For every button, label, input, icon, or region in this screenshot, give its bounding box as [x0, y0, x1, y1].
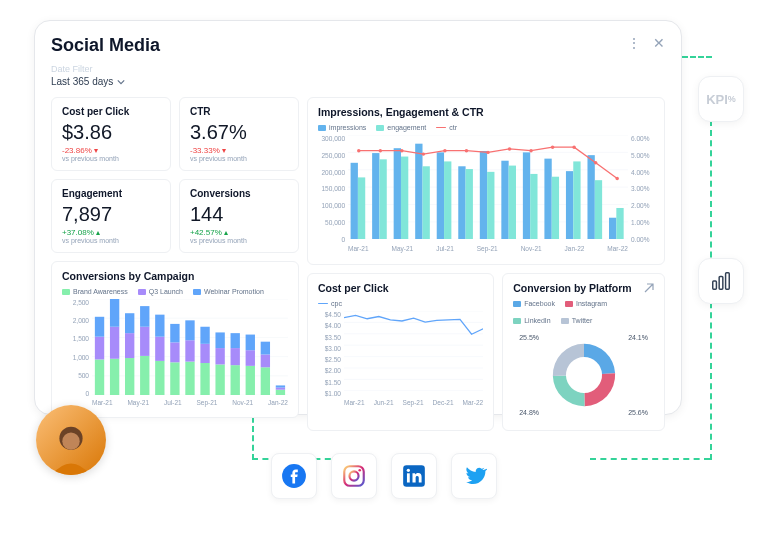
svg-point-82 [443, 149, 446, 152]
person-icon [42, 417, 100, 475]
svg-rect-15 [140, 356, 149, 395]
svg-rect-18 [155, 361, 164, 395]
linkedin-icon[interactable] [391, 453, 437, 499]
svg-point-84 [486, 151, 489, 154]
kpi-conversions[interactable]: Conversions 144 +42.57% ▴ vs previous mo… [179, 179, 299, 253]
kpi-ctr[interactable]: CTR 3.67% -33.33% ▾ vs previous month [179, 97, 299, 171]
svg-rect-10 [110, 327, 119, 359]
kpi-cost-per-click[interactable]: Cost per Click $3.86 -23.86% ▾ vs previo… [51, 97, 171, 171]
svg-rect-42 [276, 390, 285, 395]
svg-rect-55 [415, 144, 422, 240]
svg-rect-59 [501, 161, 508, 240]
chart-conversions-by-campaign[interactable]: Conversions by Campaign Brand Awareness … [51, 261, 299, 418]
svg-rect-26 [185, 320, 194, 340]
svg-rect-8 [95, 317, 104, 337]
kpi-engagement[interactable]: Engagement 7,897 +37.08% ▴ vs previous m… [51, 179, 171, 253]
svg-rect-58 [480, 151, 487, 239]
svg-rect-61 [544, 159, 551, 240]
filter-label: Date Filter [51, 64, 665, 74]
donut-label: 24.8% [519, 409, 539, 416]
svg-rect-30 [215, 364, 224, 395]
svg-rect-37 [246, 350, 255, 366]
expand-icon[interactable] [644, 283, 654, 293]
svg-rect-34 [231, 348, 240, 365]
svg-rect-25 [185, 340, 194, 361]
svg-rect-22 [170, 342, 179, 362]
instagram-icon[interactable] [331, 453, 377, 499]
svg-rect-12 [125, 358, 134, 395]
svg-rect-43 [276, 388, 285, 390]
svg-rect-39 [261, 367, 270, 395]
facebook-icon[interactable] [271, 453, 317, 499]
donut-label: 25.5% [519, 334, 539, 341]
svg-rect-9 [110, 359, 119, 395]
donut-label: 25.6% [628, 409, 648, 416]
svg-rect-75 [573, 161, 580, 239]
svg-point-86 [529, 149, 532, 152]
svg-rect-60 [523, 152, 530, 239]
svg-rect-14 [125, 313, 134, 333]
chart-conversion-by-platform[interactable]: Conversion by Platform Facebook Instagra… [502, 273, 665, 431]
more-icon[interactable]: ⋮ [627, 35, 641, 51]
svg-rect-7 [95, 337, 104, 360]
svg-point-81 [422, 152, 425, 155]
svg-rect-19 [155, 337, 164, 361]
svg-rect-13 [125, 333, 134, 358]
chart-badge[interactable] [698, 258, 744, 304]
svg-point-107 [358, 469, 361, 472]
svg-rect-40 [261, 354, 270, 367]
svg-point-88 [572, 145, 575, 148]
kpi-badge[interactable]: KPI% [698, 76, 744, 122]
svg-rect-109 [407, 473, 410, 482]
svg-rect-36 [246, 366, 255, 395]
svg-rect-32 [215, 332, 224, 348]
svg-rect-17 [140, 306, 149, 327]
svg-rect-74 [552, 177, 559, 240]
svg-rect-35 [231, 333, 240, 348]
svg-rect-20 [155, 315, 164, 337]
svg-rect-28 [200, 344, 209, 363]
svg-rect-68 [423, 166, 430, 239]
donut-chart [543, 334, 625, 416]
svg-point-87 [551, 145, 554, 148]
svg-rect-31 [215, 348, 224, 364]
date-filter[interactable]: Last 365 days [51, 76, 665, 87]
svg-rect-65 [358, 177, 365, 239]
svg-rect-73 [530, 174, 537, 239]
svg-point-78 [357, 149, 360, 152]
avatar[interactable] [36, 405, 106, 475]
svg-rect-21 [170, 362, 179, 395]
close-icon[interactable]: ✕ [653, 35, 665, 51]
dashboard-card: Social Media ⋮ ✕ Date Filter Last 365 da… [34, 20, 682, 415]
connector [590, 458, 710, 460]
svg-point-90 [615, 177, 618, 180]
svg-rect-100 [719, 276, 723, 289]
connector [682, 56, 712, 58]
svg-point-80 [400, 149, 403, 152]
page-title: Social Media [51, 35, 160, 56]
svg-rect-63 [587, 155, 594, 239]
svg-rect-72 [509, 166, 516, 240]
twitter-icon[interactable] [451, 453, 497, 499]
svg-rect-67 [401, 157, 408, 240]
svg-rect-101 [726, 273, 730, 290]
chart-cpc-trend[interactable]: Cost per Click cpc $4.50$4.00$3.50$3.00$… [307, 273, 494, 431]
svg-rect-105 [344, 466, 364, 486]
svg-rect-6 [95, 359, 104, 395]
chart-impressions-engagement-ctr[interactable]: Impressions, Engagement & CTR impression… [307, 97, 665, 265]
svg-rect-64 [609, 218, 616, 240]
donut-label: 24.1% [628, 334, 648, 341]
bar-chart-icon [710, 270, 732, 292]
svg-point-79 [379, 149, 382, 152]
svg-rect-62 [566, 171, 573, 239]
svg-rect-24 [185, 362, 194, 395]
svg-rect-38 [246, 335, 255, 351]
svg-rect-76 [595, 180, 602, 239]
svg-rect-57 [458, 166, 465, 239]
svg-rect-99 [713, 281, 717, 289]
svg-rect-11 [110, 299, 119, 327]
svg-rect-44 [276, 385, 285, 387]
svg-rect-66 [379, 159, 386, 239]
svg-rect-16 [140, 327, 149, 356]
svg-point-110 [407, 469, 410, 472]
